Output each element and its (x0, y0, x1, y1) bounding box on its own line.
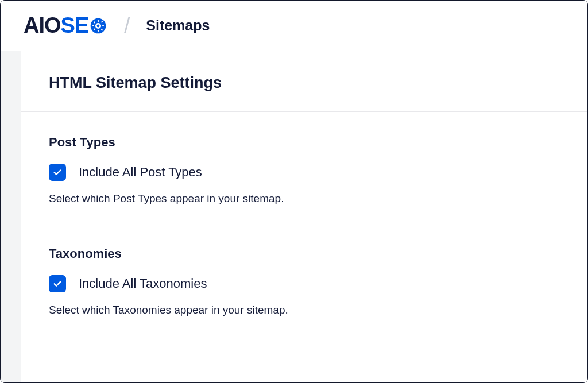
checkbox-row-post-types: Include All Post Types (49, 164, 560, 181)
section-taxonomies: Taxonomies Include All Taxonomies Select… (21, 223, 587, 334)
logo: AIO SE (24, 13, 108, 38)
settings-card: HTML Sitemap Settings Post Types Include… (21, 51, 587, 383)
helper-taxonomies: Select which Taxonomies appear in your s… (49, 303, 560, 318)
checkbox-label-taxonomies: Include All Taxonomies (79, 276, 207, 291)
app-header: AIO SE (1, 1, 587, 51)
checkbox-row-taxonomies: Include All Taxonomies (49, 275, 560, 292)
logo-text-aio: AIO (24, 13, 61, 38)
logo-text-se: SE (61, 13, 89, 38)
app-frame: AIO SE (0, 0, 588, 383)
check-icon (52, 278, 63, 289)
svg-rect-3 (92, 25, 94, 26)
section-title-post-types: Post Types (49, 135, 560, 150)
checkbox-include-all-taxonomies[interactable] (49, 275, 66, 292)
body: HTML Sitemap Settings Post Types Include… (1, 51, 587, 383)
svg-rect-1 (98, 20, 99, 22)
breadcrumb-separator: / (124, 14, 130, 38)
card-title: HTML Sitemap Settings (49, 74, 560, 92)
card-header: HTML Sitemap Settings (21, 51, 587, 111)
section-title-taxonomies: Taxonomies (49, 246, 560, 261)
checkbox-include-all-post-types[interactable] (49, 164, 66, 181)
logo-text-seo: SE (61, 13, 109, 38)
gear-icon (88, 17, 108, 35)
page-title: Sitemaps (146, 17, 210, 34)
svg-rect-2 (98, 30, 99, 32)
checkbox-label-post-types: Include All Post Types (79, 165, 202, 180)
svg-rect-4 (102, 25, 104, 26)
side-gutter (1, 51, 21, 383)
check-icon (52, 167, 63, 177)
helper-post-types: Select which Post Types appear in your s… (49, 191, 560, 207)
section-post-types: Post Types Include All Post Types Select… (21, 112, 587, 223)
